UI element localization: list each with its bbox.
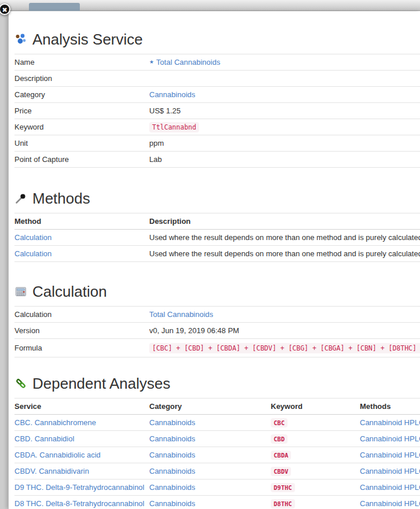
table-row: CBC. Cannabichromene Cannabinoids CBC Ca…: [14, 415, 420, 431]
formula-code: [CBC] + [CBD] + [CBDA] + [CBDV] + [CBG] …: [149, 343, 420, 353]
method-description: Used where the result depends on more th…: [149, 230, 420, 246]
table-row: Description: [14, 71, 420, 87]
section-heading-analysis-service: Analysis Service: [14, 31, 420, 48]
column-header: Methods: [360, 399, 420, 415]
service-details-table: Name ★Total Cannabinoids Description Cat…: [14, 54, 420, 168]
column-header: Category: [149, 399, 271, 415]
table-header-row: Method Description: [14, 213, 420, 230]
keyword-chip: D8THC: [271, 499, 295, 508]
service-link[interactable]: CBDV. Cannabidivarin: [14, 467, 89, 475]
methods-link[interactable]: Cannabinoid HPLC: [360, 499, 420, 508]
table-row: D8 THC. Delta-8-Tetrahydrocannabinol Can…: [14, 496, 420, 509]
table-row: CBD. Cannabidiol Cannabinoids CBD Cannab…: [14, 431, 420, 447]
field-value: [149, 71, 420, 87]
version-value: v0, Jun 19, 2019 06:48 PM: [149, 323, 420, 339]
table-row: Name ★Total Cannabinoids: [14, 54, 420, 71]
service-link[interactable]: D8 THC. Delta-8-Tetrahydrocannabinol: [14, 499, 144, 508]
table-row: CBDA. Cannabidiolic acid Cannabinoids CB…: [14, 447, 420, 463]
section-title: Calculation: [32, 283, 107, 300]
table-row: D9 THC. Delta-9-Tetrahydrocannabinol Can…: [14, 480, 420, 496]
methods-link[interactable]: Cannabinoid HPLC: [360, 434, 420, 443]
method-description: Used where the result depends on more th…: [149, 246, 420, 262]
methods-link[interactable]: Cannabinoid HPLC: [360, 467, 420, 475]
column-header: Method: [14, 213, 149, 230]
section-heading-dependent-analyses: Dependent Analyses: [14, 375, 420, 392]
category-link[interactable]: Cannabinoids: [149, 451, 196, 459]
table-row: Price US$ 1.25: [14, 103, 420, 119]
category-link[interactable]: Cannabinoids: [149, 467, 196, 475]
background-tab[interactable]: [29, 3, 80, 11]
section-title: Dependent Analyses: [32, 375, 171, 392]
methods-link[interactable]: Cannabinoid HPLC: [360, 451, 420, 459]
table-row: Category Cannabinoids: [14, 87, 420, 103]
method-link[interactable]: Calculation: [14, 249, 51, 258]
methods-link[interactable]: Cannabinoid HPLC;: [360, 418, 420, 427]
field-label: Category: [14, 87, 149, 103]
category-link[interactable]: Cannabinoids: [149, 434, 196, 443]
methods-link[interactable]: Cannabinoid HPLC: [360, 483, 420, 492]
category-link[interactable]: Cannabinoids: [149, 418, 196, 427]
chain-link-icon: [14, 377, 27, 390]
field-label: Point of Capture: [14, 152, 149, 168]
table-row: Calculation Used where the result depend…: [14, 230, 420, 246]
point-of-capture-value: Lab: [149, 152, 420, 168]
table-row: Calculation Total Cannabinoids: [14, 307, 420, 323]
table-row: CBDV. Cannabidivarin Cannabinoids CBDV C…: [14, 463, 420, 480]
column-header: Keyword: [271, 399, 360, 415]
keyword-chip: CBDV: [271, 467, 291, 476]
analysis-service-icon: [14, 33, 27, 46]
column-header: Description: [149, 213, 420, 230]
section-heading-calculation: Calculation: [14, 283, 420, 300]
unit-value: ppm: [149, 135, 420, 152]
service-link[interactable]: CBDA. Cannabidiolic acid: [14, 451, 101, 459]
keyword-chip: CBC: [271, 418, 288, 427]
service-link[interactable]: CBD. Cannabidiol: [14, 434, 74, 443]
calculation-table: Calculation Total Cannabinoids Version v…: [14, 306, 420, 357]
table-row: Point of Capture Lab: [14, 152, 420, 168]
page-backdrop: [0, 12, 8, 509]
keyword-chip: CBD: [271, 434, 288, 444]
table-row: Keyword TtlCannabnd: [14, 119, 420, 135]
field-label: Version: [14, 323, 149, 339]
field-label: Price: [14, 103, 149, 119]
analysis-service-modal: Analysis Service Name ★Total Cannabinoid…: [8, 12, 420, 509]
table-row: Formula [CBC] + [CBD] + [CBDA] + [CBDV] …: [14, 339, 420, 357]
field-label: Name: [14, 54, 149, 71]
table-row: Version v0, Jun 19, 2019 06:48 PM: [14, 323, 420, 339]
service-name-link[interactable]: Total Cannabinoids: [156, 58, 220, 67]
category-link[interactable]: Cannabinoids: [149, 90, 196, 99]
section-title: Methods: [32, 190, 90, 207]
dependent-analyses-table: Service Category Keyword Methods CBC. Ca…: [14, 398, 420, 509]
category-link[interactable]: Cannabinoids: [149, 499, 196, 508]
column-header: Service: [14, 399, 149, 415]
table-row: Unit ppm: [14, 135, 420, 152]
field-label: Calculation: [14, 307, 149, 323]
method-link[interactable]: Calculation: [14, 233, 51, 242]
table-row: Calculation Used where the result depend…: [14, 246, 420, 262]
eyedropper-icon: [14, 192, 27, 205]
table-header-row: Service Category Keyword Methods: [14, 399, 420, 415]
service-link[interactable]: CBC. Cannabichromene: [14, 418, 96, 427]
calculator-icon: [14, 285, 27, 298]
section-title: Analysis Service: [32, 31, 143, 48]
field-label: Formula: [14, 339, 149, 357]
methods-table: Method Description Calculation Used wher…: [14, 213, 420, 262]
required-star-icon: ★: [149, 59, 154, 65]
category-link[interactable]: Cannabinoids: [149, 483, 196, 492]
keyword-chip: TtlCannabnd: [149, 122, 199, 132]
keyword-chip: D9THC: [271, 483, 295, 492]
close-icon: ✖: [2, 6, 7, 13]
field-label: Unit: [14, 135, 149, 152]
price-value: US$ 1.25: [149, 103, 420, 119]
keyword-chip: CBDA: [271, 451, 291, 460]
field-label: Keyword: [14, 119, 149, 135]
section-heading-methods: Methods: [14, 190, 420, 207]
calculation-link[interactable]: Total Cannabinoids: [149, 310, 213, 319]
field-label: Description: [14, 71, 149, 87]
service-link[interactable]: D9 THC. Delta-9-Tetrahydrocannabinol: [14, 483, 144, 492]
